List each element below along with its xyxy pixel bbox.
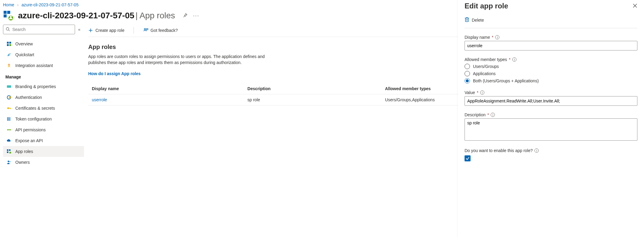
- info-icon[interactable]: i: [480, 90, 484, 95]
- info-icon[interactable]: i: [512, 57, 516, 62]
- required-icon: *: [487, 112, 489, 117]
- svg-rect-1: [7, 11, 10, 14]
- page-title-name: azure-cli-2023-09-21-07-57-05: [18, 11, 134, 20]
- app-roles-icon: [6, 149, 12, 154]
- radio-users-groups[interactable]: Users/Groups: [465, 64, 637, 69]
- value-label: Value: [465, 90, 475, 95]
- api-permissions-icon: [6, 127, 12, 132]
- sidebar-item-label: Overview: [15, 41, 33, 46]
- pin-icon[interactable]: [182, 13, 188, 19]
- overview-icon: [6, 41, 12, 46]
- info-icon[interactable]: i: [495, 35, 499, 39]
- value-input[interactable]: [465, 96, 637, 106]
- page-title-section: | App roles: [135, 11, 175, 20]
- svg-rect-9: [7, 44, 9, 46]
- sidebar-item-certificates[interactable]: Certificates & secrets: [3, 103, 84, 114]
- delete-button[interactable]: Delete: [465, 17, 637, 28]
- row-description: sp role: [244, 94, 381, 105]
- enable-label: Do you want to enable this app role?: [465, 148, 533, 153]
- sidebar-item-label: Integration assistant: [15, 63, 53, 68]
- section-description: App roles are custom roles to assign per…: [88, 53, 280, 66]
- svg-rect-24: [9, 149, 11, 151]
- row-display-name[interactable]: userrole: [88, 94, 244, 105]
- svg-rect-25: [7, 151, 8, 153]
- required-icon: *: [477, 90, 478, 95]
- feedback-icon: [143, 28, 148, 33]
- svg-rect-19: [10, 117, 10, 121]
- sidebar-item-integration-assistant[interactable]: Integration assistant: [3, 60, 84, 71]
- sidebar-item-label: Expose an API: [15, 138, 43, 143]
- display-name-label: Display name: [465, 35, 490, 40]
- svg-rect-10: [9, 44, 11, 46]
- radio-both[interactable]: Both (Users/Groups + Applications): [465, 78, 637, 84]
- toolbar-label: Got feedback?: [151, 28, 178, 33]
- assign-roles-link[interactable]: How do I assign App roles: [88, 71, 141, 76]
- allowed-types-label: Allowed member types: [465, 57, 507, 62]
- authentication-icon: [6, 95, 12, 100]
- feedback-button[interactable]: Got feedback?: [143, 28, 178, 33]
- svg-point-28: [9, 161, 11, 162]
- sidebar-item-label: Branding & properties: [15, 84, 56, 89]
- col-description[interactable]: Description: [244, 83, 381, 94]
- sidebar-item-label: Authentication: [15, 95, 42, 100]
- token-icon: [6, 117, 12, 121]
- svg-rect-2: [4, 14, 7, 17]
- trash-icon: [465, 17, 469, 23]
- info-icon[interactable]: i: [491, 113, 495, 117]
- info-icon[interactable]: i: [534, 148, 539, 153]
- quickstart-icon: [6, 52, 12, 57]
- svg-line-6: [9, 30, 10, 31]
- search-box[interactable]: [3, 25, 75, 34]
- search-input[interactable]: [12, 27, 72, 32]
- radio-applications[interactable]: Applications: [465, 71, 637, 76]
- description-label: Description: [465, 112, 486, 117]
- collapse-sidebar-icon[interactable]: «: [78, 27, 80, 32]
- sidebar-item-label: Token configuration: [15, 117, 52, 121]
- svg-rect-17: [7, 117, 8, 121]
- sidebar-item-overview[interactable]: Overview: [3, 38, 84, 49]
- create-app-role-button[interactable]: Create app role: [88, 28, 125, 33]
- sidebar-item-authentication[interactable]: Authentication: [3, 92, 84, 103]
- svg-rect-7: [7, 42, 9, 44]
- required-icon: *: [509, 57, 510, 62]
- sidebar: « Overview Quickstart Integration assist…: [0, 25, 84, 168]
- display-name-input[interactable]: [465, 41, 637, 50]
- radio-label: Users/Groups: [473, 64, 499, 69]
- branding-icon: [6, 84, 12, 89]
- toolbar-label: Create app role: [95, 28, 125, 33]
- svg-point-27: [8, 161, 9, 162]
- sidebar-item-label: Quickstart: [15, 52, 34, 57]
- app-registration-icon: [3, 10, 14, 21]
- sidebar-item-app-roles[interactable]: App roles: [3, 146, 84, 157]
- sidebar-item-branding[interactable]: Branding & properties: [3, 81, 84, 92]
- sidebar-item-label: API permissions: [15, 127, 46, 132]
- svg-rect-23: [7, 149, 8, 151]
- col-display-name[interactable]: Display name: [88, 83, 244, 94]
- rocket-icon: [6, 63, 12, 68]
- breadcrumb-current[interactable]: azure-cli-2023-09-21-07-57-05: [22, 2, 79, 7]
- svg-point-4: [10, 16, 12, 18]
- edit-app-role-panel: Edit app role Delete Display name * i Al…: [458, 0, 644, 238]
- enable-checkbox[interactable]: [465, 155, 471, 161]
- breadcrumb-home[interactable]: Home: [3, 2, 14, 7]
- sidebar-item-expose-api[interactable]: Expose an API: [3, 135, 84, 146]
- sidebar-section-manage: Manage: [3, 71, 84, 81]
- delete-label: Delete: [472, 18, 484, 23]
- close-button[interactable]: [633, 3, 637, 9]
- sidebar-item-token-config[interactable]: Token configuration: [3, 114, 84, 124]
- svg-rect-12: [7, 85, 11, 88]
- sidebar-item-quickstart[interactable]: Quickstart: [3, 49, 84, 60]
- svg-point-31: [144, 29, 146, 30]
- panel-title: Edit app role: [465, 2, 508, 10]
- svg-point-11: [9, 54, 10, 55]
- sidebar-item-owners[interactable]: Owners: [3, 157, 84, 168]
- svg-rect-34: [465, 18, 468, 22]
- radio-label: Both (Users/Groups + Applications): [473, 78, 539, 83]
- toolbar-separator: [134, 27, 134, 34]
- sidebar-item-api-permissions[interactable]: API permissions: [3, 124, 84, 135]
- radio-label: Applications: [473, 71, 496, 76]
- more-icon[interactable]: ···: [193, 13, 199, 19]
- cloud-icon: [6, 138, 12, 143]
- description-input[interactable]: [465, 118, 637, 141]
- svg-point-5: [6, 27, 9, 30]
